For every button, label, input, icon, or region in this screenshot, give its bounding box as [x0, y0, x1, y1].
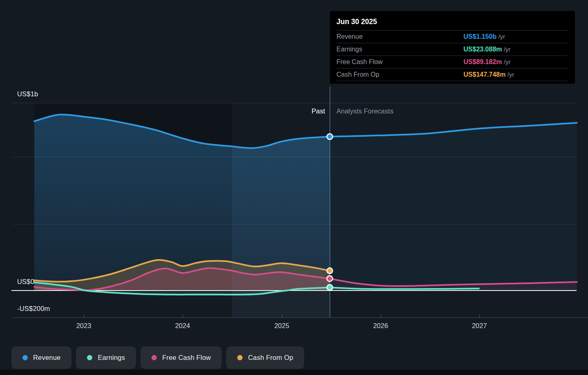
legend-item-earnings[interactable]: Earnings	[76, 346, 136, 369]
legend-label: Revenue	[33, 354, 60, 362]
legend-item-revenue[interactable]: Revenue	[11, 346, 71, 369]
tooltip-row-earnings: Earnings US$23.088m /yr	[336, 43, 568, 56]
tooltip-label: Cash From Op	[336, 71, 463, 78]
tooltip-value: US$147.748m	[463, 71, 506, 78]
chart-root: US$1b US$0 -US$200m 2023 2024 2025 2026 …	[0, 0, 588, 375]
bottom-strip	[0, 370, 588, 375]
cash-from-op-dot-icon	[237, 355, 243, 360]
x-label-2027: 2027	[459, 322, 500, 330]
x-axis-ticks	[84, 315, 480, 317]
tooltip-suffix: /yr	[498, 33, 505, 40]
legend-item-free-cash-flow[interactable]: Free Cash Flow	[140, 346, 222, 369]
x-label-2023: 2023	[63, 322, 104, 330]
tooltip-row-free-cash-flow: Free Cash Flow US$89.182m /yr	[336, 56, 568, 69]
tooltip-value: US$89.182m	[463, 58, 502, 65]
revenue-marker-dot	[327, 134, 333, 140]
y-label-0: US$0	[17, 278, 34, 286]
fcf-marker-dot	[327, 276, 333, 282]
forecast-zone-label: Analysts Forecasts	[336, 107, 393, 115]
legend-item-cash-from-op[interactable]: Cash From Op	[226, 346, 304, 369]
y-label-1b: US$1b	[17, 90, 38, 98]
tooltip-label: Earnings	[336, 46, 463, 53]
tooltip-label: Revenue	[336, 33, 463, 40]
past-zone-label: Past	[312, 107, 325, 115]
tooltip-suffix: /yr	[504, 46, 511, 53]
legend-label: Free Cash Flow	[162, 354, 211, 362]
legend-label: Earnings	[98, 354, 125, 362]
x-label-2026: 2026	[360, 322, 401, 330]
tooltip-value: US$1.150b	[463, 33, 497, 40]
tooltip-date: Jun 30 2025	[336, 15, 568, 31]
revenue-dot-icon	[22, 355, 28, 360]
tooltip-suffix: /yr	[504, 58, 511, 65]
tooltip-suffix: /yr	[508, 71, 514, 78]
revenue-forecast-area	[330, 123, 577, 291]
tooltip-row-revenue: Revenue US$1.150b /yr	[336, 31, 568, 43]
chart-legend: Revenue Earnings Free Cash Flow Cash Fro…	[11, 346, 304, 369]
earnings-marker-dot	[327, 284, 333, 290]
x-label-2024: 2024	[162, 322, 203, 330]
y-label-neg200m: -US$200m	[17, 305, 50, 313]
cashop-marker-dot	[327, 268, 333, 274]
tooltip-label: Free Cash Flow	[336, 58, 463, 66]
tooltip-row-cash-from-op: Cash From Op US$147.748m /yr	[336, 69, 568, 81]
series-area-fills	[34, 115, 577, 295]
tooltip-value: US$23.088m	[463, 46, 502, 53]
earnings-dot-icon	[87, 355, 92, 360]
x-label-2025: 2025	[261, 322, 302, 330]
legend-label: Cash From Op	[248, 354, 293, 362]
free-cash-flow-dot-icon	[151, 355, 157, 360]
chart-tooltip: Jun 30 2025 Revenue US$1.150b /yr Earnin…	[330, 11, 575, 84]
